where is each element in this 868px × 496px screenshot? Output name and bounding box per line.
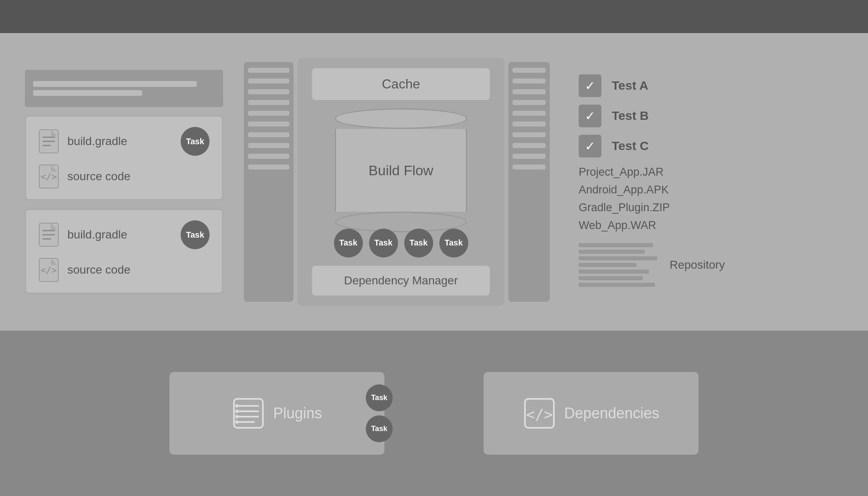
file-gradle-icon-2: [38, 222, 59, 247]
input-bar-line-2: [33, 90, 142, 96]
checkmark-b: ✓: [579, 105, 601, 127]
r-line-8: [513, 143, 546, 148]
project-1-task-badge: Task: [181, 127, 210, 156]
r-line-7: [513, 132, 546, 137]
project-2-task-badge: Task: [181, 220, 210, 249]
project-box-2: build.gradle Task </> source code: [25, 209, 223, 294]
mid-line-3: [248, 89, 289, 94]
test-b-label: Test B: [612, 109, 649, 123]
project-2-gradle-label: build.gradle: [67, 228, 172, 241]
project-1-source-label: source code: [67, 170, 210, 183]
task-badge-3: Task: [404, 229, 433, 258]
project-box-1: build.gradle Task </> source code: [25, 115, 223, 200]
top-bar: [0, 0, 868, 33]
dep-manager-label: Dependency Manager: [344, 274, 458, 287]
repo-line-1: [579, 243, 653, 247]
repository-label: Repository: [670, 258, 725, 272]
plugins-label: Plugins: [273, 405, 322, 422]
artifacts-section: Project_App.JAR Android_App.APK Gradle_P…: [579, 166, 725, 232]
repo-line-5: [579, 269, 649, 274]
checkmark-c: ✓: [579, 135, 601, 157]
artifact-zip-label: Gradle_Plugin.ZIP: [579, 201, 725, 214]
bottom-area: Plugins Task Task </> Dependencies: [0, 331, 868, 496]
file-gradle-icon-1: [38, 129, 59, 154]
r-line-2: [513, 79, 546, 83]
dependencies-icon: </>: [523, 397, 556, 430]
db-top: [335, 108, 467, 129]
dependencies-label: Dependencies: [564, 405, 659, 422]
svg-point-19: [235, 415, 238, 418]
project-row-4: </> source code: [38, 258, 210, 282]
cache-label: Cache: [382, 76, 420, 91]
db-cylinder: Build Flow: [331, 108, 471, 232]
mid-line-8: [248, 143, 289, 148]
project-row-2: </> source code: [38, 164, 210, 189]
right-connector: [508, 62, 550, 302]
right-section: ✓ Test A ✓ Test B ✓ Test C Project_App.J…: [562, 74, 725, 290]
file-source-icon-2: </>: [38, 258, 59, 282]
r-line-3: [513, 89, 546, 94]
input-bar-line-1: [33, 81, 197, 87]
svg-point-18: [235, 410, 238, 413]
task-badge-4: Task: [439, 229, 468, 258]
plugins-icon: [232, 397, 265, 430]
repo-line-7: [579, 283, 655, 287]
plugins-task-2: Task: [366, 415, 393, 442]
repo-visual: [579, 240, 661, 290]
r-line-10: [513, 165, 546, 169]
repo-section: Repository: [579, 240, 725, 290]
repo-line-6: [579, 276, 643, 280]
repo-line-4: [579, 263, 637, 267]
dependencies-panel: </> Dependencies: [484, 372, 699, 455]
plugins-tasks: Task Task: [366, 384, 393, 442]
svg-point-20: [235, 420, 238, 424]
svg-point-17: [235, 404, 238, 408]
checkmark-a: ✓: [579, 74, 601, 97]
test-item-c: ✓ Test C: [579, 135, 725, 157]
file-source-icon-1: </>: [38, 164, 59, 189]
tests-section: ✓ Test A ✓ Test B ✓ Test C: [579, 74, 725, 157]
plugins-task-1: Task: [366, 384, 393, 411]
test-item-a: ✓ Test A: [579, 74, 725, 97]
project-row-3: build.gradle Task: [38, 220, 210, 249]
test-a-label: Test A: [612, 79, 648, 93]
svg-text:</>: </>: [41, 265, 57, 275]
repo-line-3: [579, 256, 657, 260]
project-2-source-label: source code: [67, 263, 210, 277]
db-body: Build Flow: [335, 129, 467, 212]
artifact-war-label: Web_App.WAR: [579, 219, 725, 232]
artifact-apk-label: Android_App.APK: [579, 184, 725, 196]
build-flow-label: Build Flow: [369, 162, 434, 179]
dep-manager-box: Dependency Manager: [312, 266, 490, 296]
repo-line-2: [579, 250, 645, 254]
mid-connector: [244, 62, 293, 302]
left-section: build.gradle Task </> source code: [25, 70, 223, 294]
mid-line-10: [248, 165, 289, 169]
mid-line-1: [248, 68, 289, 73]
project-row-1: build.gradle Task: [38, 127, 210, 156]
r-line-6: [513, 122, 546, 126]
svg-text:</>: </>: [41, 172, 57, 182]
main-area: build.gradle Task </> source code: [0, 33, 868, 331]
cache-box: Cache: [312, 68, 490, 100]
project-1-gradle-label: build.gradle: [67, 135, 172, 148]
r-line-9: [513, 154, 546, 159]
svg-text:</>: </>: [526, 406, 553, 423]
mid-line-4: [248, 100, 289, 105]
r-line-1: [513, 68, 546, 73]
tasks-row: Task Task Task Task: [334, 229, 468, 258]
task-badge-1: Task: [334, 229, 363, 258]
r-line-5: [513, 111, 546, 116]
mid-line-9: [248, 154, 289, 159]
mid-line-5: [248, 111, 289, 116]
r-line-4: [513, 100, 546, 105]
svg-rect-12: [234, 399, 263, 428]
plugins-panel: Plugins Task Task: [169, 372, 384, 455]
mid-line-7: [248, 132, 289, 137]
task-badge-2: Task: [369, 229, 398, 258]
build-flow-box: Cache Build Flow Task Task Task Task Dep…: [298, 58, 504, 306]
input-bar: [25, 70, 223, 107]
test-c-label: Test C: [612, 139, 649, 153]
artifact-jar-label: Project_App.JAR: [579, 166, 725, 179]
mid-line-6: [248, 122, 289, 126]
